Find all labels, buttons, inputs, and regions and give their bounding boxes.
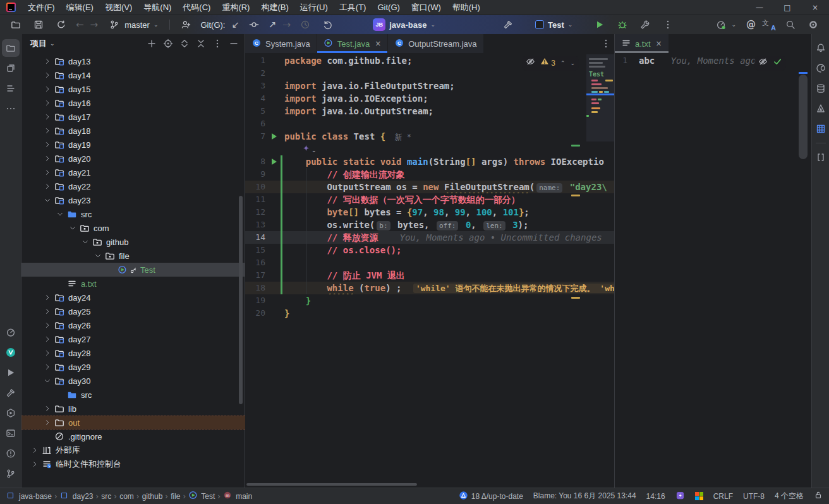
project-tree-scrollbar[interactable] [239, 196, 243, 404]
tree-row-day24[interactable]: day24 [21, 291, 245, 304]
breadcrumb-day23[interactable]: day23 [60, 491, 94, 501]
tree-row-外部库[interactable]: 外部库 [21, 443, 245, 457]
vertical-scrollbar[interactable] [799, 75, 808, 159]
close-button[interactable]: × [801, 0, 829, 15]
tab-options-button[interactable] [598, 34, 614, 53]
project-view-selector[interactable]: 项目 ⌄ [30, 38, 55, 49]
tree-chevron-icon[interactable] [42, 306, 53, 317]
tree-chevron-icon[interactable] [42, 139, 53, 150]
rollback-button[interactable] [320, 17, 336, 32]
tree-row-com[interactable]: com [21, 221, 245, 235]
breadcrumb-java-base[interactable]: java-base [6, 491, 52, 501]
expand-all-button[interactable] [178, 37, 191, 51]
close-icon[interactable]: × [375, 39, 381, 48]
menu-item-1[interactable]: 编辑(E) [61, 0, 99, 15]
menu-item-3[interactable]: 导航(N) [138, 0, 177, 15]
tree-row-a.txt[interactable]: a.txt [21, 277, 245, 291]
plugin-tool-button[interactable] [2, 344, 20, 361]
update-project-button[interactable]: ↙ [231, 20, 239, 30]
tree-chevron-icon[interactable] [42, 292, 53, 303]
menu-item-10[interactable]: 窗口(W) [406, 0, 447, 15]
settings-button[interactable] [805, 17, 821, 32]
tree-row-day25[interactable]: day25 [21, 304, 245, 318]
code-editor[interactable]: 1package com.github.file;23import java.i… [245, 53, 614, 488]
structure-tool-button[interactable] [2, 80, 20, 97]
tree-chevron-icon[interactable] [42, 195, 53, 206]
run-gutter-button[interactable] [269, 155, 279, 168]
maximize-button[interactable]: □ [773, 0, 801, 15]
run-tool-button[interactable] [2, 364, 20, 381]
tree-row-day28[interactable]: day28 [21, 346, 245, 360]
menu-item-5[interactable]: 重构(R) [216, 0, 255, 15]
ai-actions-widget[interactable]: ⌄ [284, 143, 614, 155]
history-button[interactable] [297, 17, 313, 32]
commit-button[interactable] [246, 17, 262, 32]
tree-row-day16[interactable]: day16 [21, 96, 245, 110]
tree-row-day30[interactable]: day30 [21, 374, 245, 388]
breadcrumb-Test[interactable]: Test [188, 490, 215, 502]
warnings-indicator[interactable]: 3 [540, 57, 555, 69]
project-tool-button[interactable] [2, 39, 20, 57]
profiler-tool-button[interactable] [2, 323, 20, 341]
ai-chat-button[interactable]: @ [746, 20, 756, 30]
search-everywhere-button[interactable] [782, 17, 799, 32]
breadcrumb-github[interactable]: github [142, 492, 163, 501]
tree-chevron-icon[interactable] [42, 375, 53, 387]
build-tool-button[interactable] [2, 384, 20, 402]
menu-item-7[interactable]: 运行(U) [294, 0, 334, 15]
tree-row-github[interactable]: github [21, 235, 245, 249]
tree-row-day13[interactable]: day13 [21, 54, 245, 68]
panel-options-button[interactable] [210, 37, 224, 51]
tree-chevron-icon[interactable] [42, 111, 53, 123]
tree-row-day14[interactable]: day14 [21, 68, 245, 82]
open-folder-button[interactable] [8, 17, 24, 32]
services-tool-button[interactable] [2, 404, 20, 422]
push-button[interactable]: ↗ [269, 20, 277, 30]
tree-row-day23[interactable]: day23 [21, 193, 245, 207]
horizontal-scrollbar[interactable] [246, 483, 417, 486]
tree-chevron-icon[interactable] [42, 153, 53, 164]
branch-widget[interactable]: master⌄ [104, 17, 162, 32]
commit-tool-button[interactable] [2, 59, 20, 77]
run-config-selector[interactable]: Test⌄ [531, 19, 576, 31]
notifications-button[interactable] [812, 39, 829, 57]
ime-status-button[interactable] [695, 492, 703, 500]
database-tool-button[interactable] [812, 80, 829, 97]
reload-button[interactable] [53, 17, 70, 32]
tab-a.txt[interactable]: a.txt× [615, 34, 669, 53]
tree-row-src[interactable]: src [21, 388, 245, 402]
tree-chevron-icon[interactable] [42, 320, 53, 331]
breadcrumb-src[interactable]: src [101, 492, 111, 501]
breadcrumb-com[interactable]: com [119, 492, 134, 501]
tree-chevron-icon[interactable] [42, 403, 53, 414]
no-problems-icon[interactable] [773, 57, 782, 69]
menu-item-6[interactable]: 构建(B) [255, 0, 294, 15]
hide-panel-button[interactable] [227, 37, 241, 51]
tree-row-day22[interactable]: day22 [21, 179, 245, 193]
git-sync-status[interactable]: 18 Δ/up-to-date [459, 491, 523, 502]
tree-row-day29[interactable]: day29 [21, 360, 245, 374]
hide-inspections-button[interactable] [526, 57, 535, 69]
blame-status[interactable]: Blame: You 16 6月 2025 13:44 [533, 491, 636, 501]
tree-chevron-icon[interactable] [54, 208, 66, 220]
breadcrumb-file[interactable]: file [171, 492, 180, 501]
problems-tool-button[interactable] [2, 445, 20, 462]
run-gutter-button[interactable] [269, 130, 279, 143]
terminal-tool-button[interactable] [2, 424, 20, 442]
text-editor[interactable]: 1abc You, Moments ago [615, 53, 811, 488]
tree-chevron-icon[interactable] [42, 347, 53, 359]
tree-row-day20[interactable]: day20 [21, 152, 245, 165]
tab-System.java[interactable]: CSystem.java [245, 34, 317, 53]
debug-button[interactable] [614, 17, 631, 32]
close-icon[interactable]: × [656, 39, 662, 48]
menu-item-2[interactable]: 视图(V) [99, 0, 138, 15]
tree-row-out[interactable]: out [21, 416, 245, 429]
tree-row-day19[interactable]: day19 [21, 138, 245, 152]
dependencies-tool-button[interactable] [812, 120, 829, 138]
back-button[interactable]: ← [76, 20, 84, 30]
run-button[interactable] [591, 17, 608, 32]
fetch-button[interactable]: ⇢ [283, 20, 291, 30]
breadcrumb-main[interactable]: mmain [223, 491, 252, 501]
tree-chevron-icon[interactable] [42, 181, 53, 192]
tree-chevron-icon[interactable] [42, 83, 53, 95]
